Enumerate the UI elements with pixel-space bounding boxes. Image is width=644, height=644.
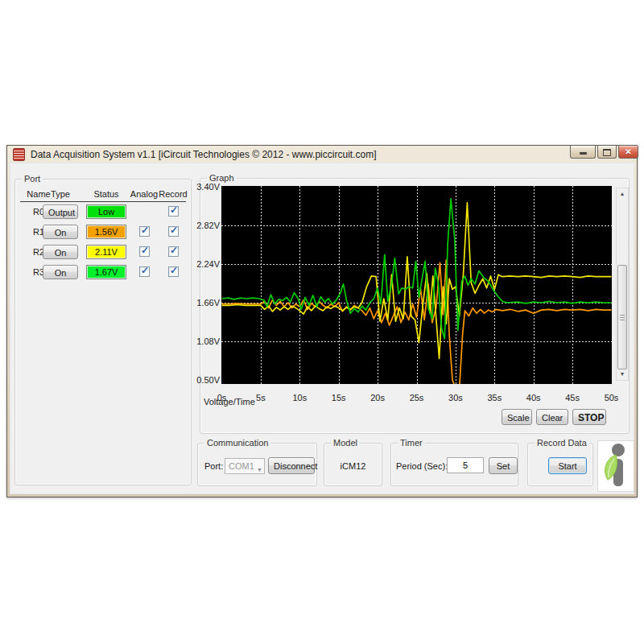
x-tick-label: 20s	[364, 393, 391, 402]
app-window: Data Acquisition System v1.1 [iCircuit T…	[6, 145, 638, 497]
com-port-select[interactable]: COM1 ▼	[225, 458, 265, 474]
start-button[interactable]: Start	[548, 457, 587, 474]
y-tick-label: 0.50V	[194, 375, 220, 385]
check-icon: ✓	[170, 265, 178, 276]
scrollbar-thumb[interactable]	[617, 265, 627, 369]
maximize-button[interactable]	[597, 146, 617, 159]
minimize-button[interactable]	[570, 146, 596, 159]
graph-scrollbar[interactable]: ▲ ▼	[616, 188, 629, 381]
type-button-r3[interactable]: On	[43, 265, 78, 279]
port-panel-label: Port	[22, 174, 43, 184]
com-port-label: Port:	[204, 461, 223, 471]
x-tick-label: 50s	[598, 393, 625, 402]
app-icon	[13, 148, 25, 161]
model-label: Model	[331, 438, 360, 448]
scroll-up-icon[interactable]: ▲	[617, 188, 628, 200]
type-button-r2[interactable]: On	[43, 245, 78, 259]
window-content: Port NameTypeStatusAnalogRecord R0Output…	[10, 163, 634, 494]
com-port-value: COM1	[229, 461, 254, 471]
x-tick-label: 10s	[286, 393, 313, 402]
record-data-panel: Record Data Start	[527, 443, 593, 486]
analog-checkbox-r2[interactable]: ✓	[139, 246, 150, 257]
analog-checkbox-r1[interactable]: ✓	[139, 226, 150, 237]
check-icon: ✓	[141, 225, 149, 236]
check-icon: ✓	[170, 225, 178, 236]
window-title: Data Acquisition System v1.1 [iCircuit T…	[31, 149, 376, 160]
analog-checkbox-r3[interactable]: ✓	[139, 266, 150, 277]
status-value-r3: 1.67V	[86, 265, 126, 279]
record-checkbox-r2[interactable]: ✓	[168, 246, 179, 257]
scale-button[interactable]: Scale	[502, 409, 532, 425]
y-tick-label: 2.24V	[194, 259, 220, 269]
y-tick-label: 3.40V	[194, 182, 220, 192]
x-tick-label: 30s	[442, 393, 469, 402]
piccircuit-logo	[597, 440, 634, 492]
period-label: Period (Sec):	[396, 461, 448, 471]
x-tick-label: 45s	[559, 393, 586, 402]
graph-plot: 3.40V2.82V2.24V1.66V1.08V0.50V 0s5s10s15…	[221, 186, 612, 384]
column-header-type: Type	[36, 189, 85, 199]
y-tick-label: 1.66V	[194, 298, 220, 308]
close-button[interactable]: ✕	[618, 146, 638, 159]
y-tick-label: 2.82V	[194, 221, 220, 230]
timer-label: Timer	[398, 438, 425, 448]
period-input[interactable]	[447, 457, 484, 473]
status-value-r1: 1.56V	[86, 225, 126, 239]
clear-button[interactable]: Clear	[536, 409, 568, 425]
column-header-record: Record	[149, 189, 197, 199]
record-data-label: Record Data	[535, 438, 589, 448]
scrollbar-grip	[620, 315, 625, 320]
voltage-time-label: Voltage/Time	[204, 397, 255, 407]
status-value-r0: Low	[86, 204, 126, 219]
communication-label: Communication	[204, 438, 270, 448]
type-button-r1[interactable]: On	[43, 225, 78, 239]
close-icon: ✕	[625, 147, 631, 158]
stop-button[interactable]: STOP	[572, 409, 606, 425]
check-icon: ✓	[170, 245, 178, 256]
x-tick-label: 35s	[481, 393, 508, 402]
scroll-down-icon[interactable]: ▼	[617, 369, 628, 380]
maximize-icon	[603, 149, 611, 156]
model-value: iCM12	[324, 461, 382, 471]
y-tick-label: 1.08V	[194, 336, 220, 346]
titlebar[interactable]: Data Acquisition System v1.1 [iCircuit T…	[7, 146, 637, 163]
check-icon: ✓	[141, 245, 149, 256]
record-checkbox-r3[interactable]: ✓	[168, 266, 179, 277]
x-tick-label: 25s	[403, 393, 431, 402]
check-icon: ✓	[170, 204, 178, 216]
model-panel: Model iCM12	[324, 443, 382, 486]
check-icon: ✓	[141, 265, 149, 276]
timer-panel: Timer Period (Sec): Set	[390, 443, 518, 486]
type-button-r0[interactable]: Output	[43, 204, 78, 219]
graph-panel: Graph 3.40V2.82V2.24V1.66V1.08V0.50V 0s5…	[200, 178, 630, 434]
status-value-r2: 2.11V	[86, 245, 126, 259]
plot-svg	[221, 186, 612, 384]
x-tick-label: 15s	[325, 393, 353, 402]
set-button[interactable]: Set	[489, 457, 518, 474]
minimize-icon	[580, 152, 587, 155]
header-separator	[20, 201, 186, 202]
chevron-down-icon: ▼	[257, 463, 262, 477]
record-checkbox-r1[interactable]: ✓	[168, 226, 179, 237]
x-tick-label: 40s	[520, 393, 547, 402]
port-panel: Port NameTypeStatusAnalogRecord R0Output…	[14, 179, 192, 485]
disconnect-button[interactable]: Disconnect	[268, 457, 315, 474]
record-checkbox-r0[interactable]: ✓	[168, 206, 179, 217]
communication-panel: Communication Port: COM1 ▼ Disconnect	[197, 443, 317, 486]
desktop: { "window": { "title": "Data Acquisition…	[0, 0, 644, 644]
leaf-person-icon	[598, 441, 632, 489]
